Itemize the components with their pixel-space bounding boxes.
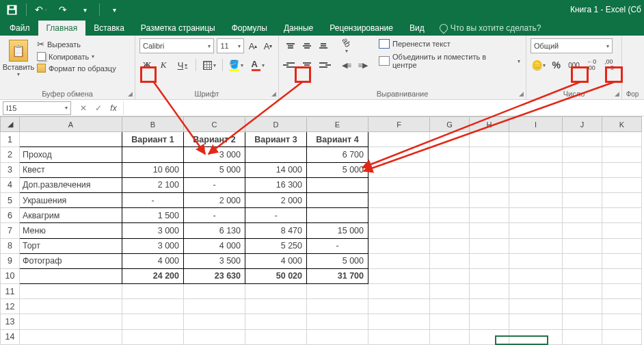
cell[interactable] <box>430 162 470 177</box>
cell[interactable] <box>509 284 563 299</box>
cell[interactable] <box>368 268 430 283</box>
cell[interactable] <box>430 132 470 147</box>
cell[interactable] <box>563 147 602 162</box>
cell[interactable] <box>368 177 430 192</box>
col-header[interactable]: B <box>122 117 184 132</box>
cell[interactable] <box>368 208 430 223</box>
save-button[interactable] <box>3 2 21 17</box>
row-header[interactable]: 9 <box>1 253 20 268</box>
cut-button[interactable]: ✂Вырезать <box>36 38 118 50</box>
cell[interactable] <box>509 192 563 207</box>
cell[interactable] <box>563 284 602 299</box>
cell[interactable]: 5 000 <box>184 162 245 177</box>
cell[interactable]: Украшения <box>20 192 122 207</box>
fill-color-button[interactable]: 🪣▾ <box>226 58 246 73</box>
dialog-launcher-alignment[interactable]: ◢ <box>519 90 524 97</box>
cell[interactable] <box>602 192 642 207</box>
cell[interactable] <box>368 192 430 207</box>
cell[interactable] <box>602 268 642 283</box>
tab-layout[interactable]: Разметка страницы <box>133 21 224 36</box>
underline-button[interactable]: Ч▾ <box>172 58 193 73</box>
col-header[interactable]: F <box>368 117 430 132</box>
cell[interactable]: 5 000 <box>307 162 368 177</box>
cell[interactable] <box>307 177 368 192</box>
cell[interactable] <box>368 314 430 329</box>
cell[interactable] <box>509 208 563 223</box>
cell[interactable] <box>509 223 563 238</box>
cell[interactable] <box>602 238 642 253</box>
cell[interactable] <box>430 177 470 192</box>
col-header[interactable]: H <box>470 117 509 132</box>
cell[interactable]: 23 630 <box>184 268 245 283</box>
paste-button[interactable]: 📋 Вставить ▾ <box>4 38 33 84</box>
col-header[interactable]: J <box>563 117 602 132</box>
cell[interactable] <box>563 299 602 314</box>
cell[interactable] <box>430 147 470 162</box>
row-header[interactable]: 3 <box>1 162 20 177</box>
align-right-button[interactable] <box>316 58 331 73</box>
row-header[interactable]: 12 <box>1 299 20 314</box>
increase-decimal-button[interactable]: ←0,00 <box>583 58 600 73</box>
cell[interactable] <box>20 284 122 299</box>
cell[interactable] <box>430 314 470 329</box>
cell[interactable]: 8 470 <box>245 223 307 238</box>
tab-view[interactable]: Вид <box>401 21 433 36</box>
cell[interactable] <box>563 268 602 283</box>
cell[interactable] <box>563 177 602 192</box>
cell[interactable] <box>563 223 602 238</box>
cell[interactable] <box>368 162 430 177</box>
cell[interactable] <box>563 238 602 253</box>
cell[interactable] <box>509 253 563 268</box>
cell[interactable] <box>307 314 368 329</box>
border-button[interactable]: ▾ <box>199 58 219 73</box>
name-box[interactable]: I15▾ <box>3 101 71 115</box>
cell[interactable] <box>307 192 368 207</box>
cell[interactable] <box>430 284 470 299</box>
cell[interactable] <box>470 192 509 207</box>
cell[interactable] <box>509 132 563 147</box>
cell[interactable]: 24 200 <box>122 268 184 283</box>
cell[interactable] <box>563 208 602 223</box>
cell[interactable] <box>307 284 368 299</box>
touch-mode-button[interactable]: ▾ <box>105 2 123 17</box>
cell[interactable]: Фотограф <box>20 253 122 268</box>
row-header[interactable]: 4 <box>1 177 20 192</box>
cell[interactable] <box>184 314 245 329</box>
cell[interactable]: - <box>245 208 307 223</box>
row-header[interactable]: 7 <box>1 223 20 238</box>
cell[interactable] <box>184 329 245 344</box>
cell[interactable] <box>122 147 184 162</box>
row-header[interactable]: 1 <box>1 132 20 147</box>
cell[interactable]: 3 500 <box>184 253 245 268</box>
cell[interactable] <box>20 268 122 283</box>
font-name-select[interactable]: Calibri▾ <box>139 38 214 53</box>
cell[interactable] <box>245 314 307 329</box>
worksheet-grid[interactable]: ◢ A B C D E F G H I J K 1 Вариант 1 Вари… <box>0 116 644 345</box>
cell[interactable] <box>563 253 602 268</box>
orientation-button[interactable]: ab▾ <box>339 38 354 53</box>
cell[interactable] <box>430 329 470 344</box>
cell[interactable] <box>509 177 563 192</box>
cell[interactable] <box>368 223 430 238</box>
cell[interactable]: Вариант 3 <box>245 132 307 147</box>
tab-data[interactable]: Данные <box>276 21 321 36</box>
cell[interactable] <box>368 329 430 344</box>
currency-button[interactable]: 🪙▾ <box>531 58 547 73</box>
tab-file[interactable]: Файл <box>1 21 38 36</box>
col-header[interactable]: K <box>602 117 642 132</box>
cell[interactable] <box>307 329 368 344</box>
italic-button[interactable]: К <box>156 58 171 73</box>
cell[interactable] <box>602 162 642 177</box>
cell[interactable] <box>430 208 470 223</box>
cell[interactable] <box>563 314 602 329</box>
cell[interactable]: 10 600 <box>122 162 184 177</box>
row-header[interactable]: 2 <box>1 147 20 162</box>
cell[interactable]: 14 000 <box>245 162 307 177</box>
tab-insert[interactable]: Вставка <box>85 21 133 36</box>
cell[interactable] <box>184 284 245 299</box>
cell[interactable] <box>563 162 602 177</box>
dialog-launcher-clipboard[interactable]: ◢ <box>128 90 133 97</box>
row-header[interactable]: 11 <box>1 284 20 299</box>
cell[interactable]: - <box>184 208 245 223</box>
align-center-button[interactable] <box>299 58 314 73</box>
